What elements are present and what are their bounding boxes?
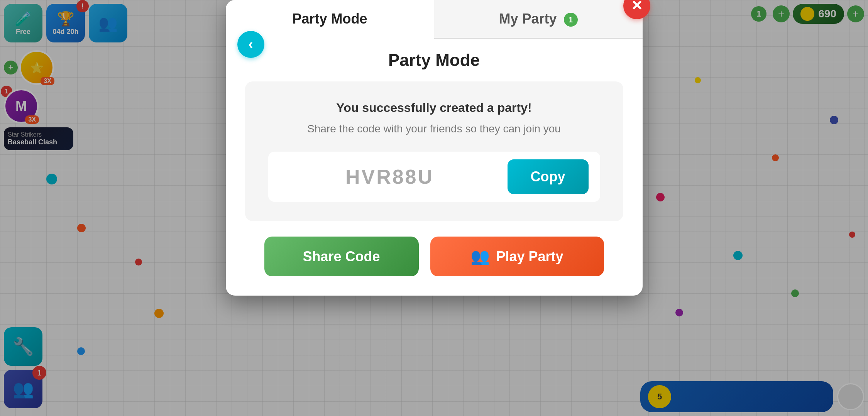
play-party-button[interactable]: 👥 Play Party [430, 237, 604, 276]
modal-container: ✕ ‹ Party Mode My Party 1 Party Mode You… [226, 0, 643, 296]
play-party-label: Play Party [496, 249, 563, 265]
copy-button[interactable]: Copy [508, 159, 589, 194]
success-text-sub: Share the code with your friends so they… [268, 121, 600, 136]
modal-tabs: Party Mode My Party 1 [226, 0, 643, 39]
share-code-button[interactable]: Share Code [264, 237, 419, 276]
bottom-buttons: Share Code 👥 Play Party [245, 237, 623, 276]
tab-party-mode-label: Party Mode [292, 11, 367, 27]
tab-my-party-label: My Party [499, 11, 557, 27]
success-text-bold: You successfully created a party! [268, 101, 600, 115]
modal-body: Party Mode You successfully created a pa… [226, 39, 643, 296]
close-icon: ✕ [631, 0, 643, 14]
code-row: HVR88U Copy [268, 152, 600, 202]
back-arrow-icon: ‹ [249, 36, 253, 52]
modal-overlay: ✕ ‹ Party Mode My Party 1 Party Mode You… [0, 0, 868, 416]
tab-my-party-badge: 1 [564, 13, 578, 27]
party-code-display: HVR88U [280, 165, 500, 188]
tab-my-party[interactable]: My Party 1 [434, 0, 643, 39]
back-button[interactable]: ‹ [237, 31, 264, 58]
success-section: You successfully created a party! Share … [245, 81, 623, 221]
play-party-icon: 👥 [470, 247, 490, 265]
modal-title: Party Mode [245, 51, 623, 70]
